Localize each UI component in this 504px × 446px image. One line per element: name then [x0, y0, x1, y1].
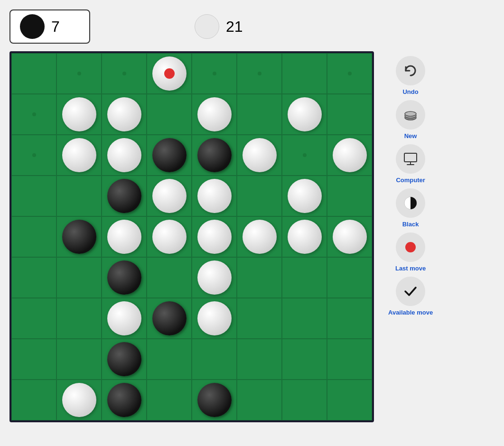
board-cell[interactable] — [327, 298, 372, 339]
board-cell[interactable] — [192, 216, 237, 257]
board-cell[interactable] — [102, 380, 147, 420]
svg-point-7 — [405, 242, 416, 252]
board-cell[interactable] — [327, 380, 372, 420]
board-cell[interactable] — [282, 94, 327, 135]
sidebar: Undo New Computer — [388, 51, 433, 316]
black-score-box: 7 — [9, 9, 90, 44]
board-cell[interactable] — [282, 257, 327, 298]
board-cell[interactable] — [192, 339, 237, 380]
board-dot — [32, 153, 36, 157]
board-cell[interactable] — [282, 53, 327, 94]
black-piece — [197, 383, 232, 417]
board-cell[interactable] — [147, 176, 192, 216]
board-cell[interactable] — [102, 94, 147, 135]
board-cell[interactable] — [102, 257, 147, 298]
board-cell[interactable] — [147, 216, 192, 257]
board-cell[interactable] — [11, 339, 56, 380]
board-cell[interactable] — [147, 94, 192, 135]
board-cell[interactable] — [147, 298, 192, 339]
board-cell[interactable] — [237, 298, 282, 339]
board-dot — [77, 72, 81, 75]
board-cell[interactable] — [102, 53, 147, 94]
white-piece — [333, 138, 367, 172]
board-cell[interactable] — [56, 216, 102, 257]
available-move-button[interactable]: Available move — [388, 277, 433, 316]
board-dot — [303, 153, 307, 157]
board-cell[interactable] — [11, 53, 56, 94]
board-cell[interactable] — [102, 339, 147, 380]
game-board[interactable] — [11, 53, 372, 420]
board-cell[interactable] — [192, 298, 237, 339]
white-piece — [288, 97, 322, 131]
board-cell[interactable] — [11, 298, 56, 339]
svg-point-2 — [405, 112, 416, 116]
board-dot — [258, 72, 261, 75]
white-piece — [243, 220, 277, 254]
svg-rect-3 — [404, 153, 417, 162]
board-cell[interactable] — [192, 94, 237, 135]
board-cell[interactable] — [282, 339, 327, 380]
white-piece — [197, 179, 232, 213]
undo-button[interactable]: Undo — [396, 56, 425, 95]
board-cell[interactable] — [282, 176, 327, 216]
board-cell[interactable] — [282, 380, 327, 420]
board-cell[interactable] — [11, 176, 56, 216]
board-cell[interactable] — [56, 298, 102, 339]
board-cell[interactable] — [192, 257, 237, 298]
board-cell[interactable] — [237, 257, 282, 298]
board-cell[interactable] — [327, 176, 372, 216]
board-cell[interactable] — [327, 339, 372, 380]
board-cell[interactable] — [237, 135, 282, 176]
board-cell[interactable] — [327, 135, 372, 176]
board-cell[interactable] — [102, 298, 147, 339]
board-cell[interactable] — [11, 257, 56, 298]
black-button[interactable]: Black — [396, 188, 425, 228]
board-dot — [348, 72, 352, 75]
board-cell[interactable] — [237, 216, 282, 257]
board-cell[interactable] — [192, 53, 237, 94]
board-cell[interactable] — [56, 380, 102, 420]
white-piece — [197, 260, 232, 295]
board-cell[interactable] — [192, 135, 237, 176]
undo-icon — [396, 56, 425, 85]
board-cell[interactable] — [237, 339, 282, 380]
board-dot — [213, 72, 216, 75]
board-cell[interactable] — [147, 135, 192, 176]
board-cell[interactable] — [327, 53, 372, 94]
board-cell[interactable] — [147, 53, 192, 94]
board-cell[interactable] — [56, 339, 102, 380]
board-cell[interactable] — [11, 380, 56, 420]
board-cell[interactable] — [147, 257, 192, 298]
board-cell[interactable] — [282, 298, 327, 339]
board-cell[interactable] — [237, 176, 282, 216]
white-piece-icon — [195, 14, 219, 39]
board-cell[interactable] — [282, 216, 327, 257]
computer-button[interactable]: Computer — [396, 144, 425, 184]
board-cell[interactable] — [56, 257, 102, 298]
board-cell[interactable] — [11, 94, 56, 135]
board-cell[interactable] — [56, 53, 102, 94]
board-cell[interactable] — [237, 53, 282, 94]
board-cell[interactable] — [327, 94, 372, 135]
board-cell[interactable] — [327, 216, 372, 257]
board-cell[interactable] — [192, 176, 237, 216]
board-cell[interactable] — [11, 135, 56, 176]
board-cell[interactable] — [56, 176, 102, 216]
board-cell[interactable] — [237, 94, 282, 135]
board-cell[interactable] — [102, 216, 147, 257]
board-cell[interactable] — [237, 380, 282, 420]
board-cell[interactable] — [56, 135, 102, 176]
board-cell[interactable] — [147, 380, 192, 420]
board-cell[interactable] — [102, 176, 147, 216]
board-cell[interactable] — [11, 216, 56, 257]
board-cell[interactable] — [147, 339, 192, 380]
white-piece — [288, 220, 322, 254]
board-cell[interactable] — [192, 380, 237, 420]
board-cell[interactable] — [327, 257, 372, 298]
board-cell[interactable] — [102, 135, 147, 176]
board-cell[interactable] — [56, 94, 102, 135]
board-cell[interactable] — [282, 135, 327, 176]
white-piece — [152, 220, 187, 254]
new-button[interactable]: New — [396, 100, 425, 139]
last-move-button[interactable]: Last move — [395, 232, 426, 272]
